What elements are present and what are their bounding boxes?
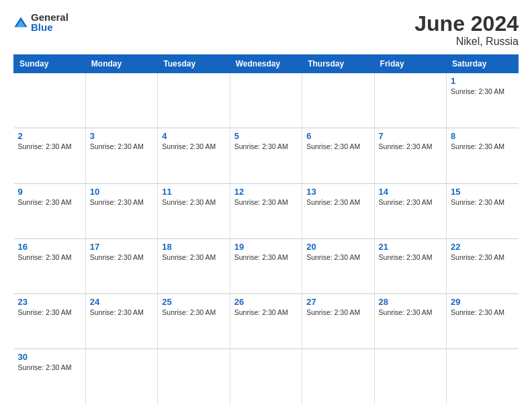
calendar-cell: 6Sunrise: 2:30 AM: [302, 128, 374, 183]
logo-icon: [13, 16, 28, 31]
day-number: 10: [90, 187, 153, 197]
sunrise-info: Sunrise: 2:30 AM: [90, 308, 144, 316]
logo-general-text: General: [31, 12, 69, 22]
calendar-cell: [158, 73, 230, 128]
day-number: 6: [306, 131, 369, 141]
week-row-4: 23Sunrise: 2:30 AM24Sunrise: 2:30 AM25Su…: [14, 294, 519, 349]
sunrise-info: Sunrise: 2:30 AM: [18, 363, 72, 371]
sunrise-info: Sunrise: 2:30 AM: [379, 198, 433, 206]
header-friday: Friday: [374, 55, 446, 73]
calendar-cell: [447, 349, 519, 404]
sunrise-info: Sunrise: 2:30 AM: [451, 142, 504, 150]
day-number: 26: [234, 297, 298, 307]
day-number: 8: [451, 131, 514, 141]
day-number: 16: [18, 242, 81, 252]
calendar-cell: 2Sunrise: 2:30 AM: [14, 128, 86, 183]
header-wednesday: Wednesday: [230, 55, 302, 73]
calendar-cell: [230, 349, 302, 404]
day-number: 1: [451, 76, 514, 86]
calendar-cell: 8Sunrise: 2:30 AM: [447, 128, 519, 183]
day-number: 13: [306, 187, 369, 197]
calendar-cell: 10Sunrise: 2:30 AM: [85, 183, 157, 238]
sunrise-info: Sunrise: 2:30 AM: [451, 308, 504, 316]
calendar-cell: 26Sunrise: 2:30 AM: [230, 294, 302, 349]
sunrise-info: Sunrise: 2:30 AM: [234, 308, 288, 316]
sunrise-info: Sunrise: 2:30 AM: [306, 253, 360, 261]
calendar-cell: 17Sunrise: 2:30 AM: [85, 238, 157, 293]
day-number: 20: [306, 242, 369, 252]
calendar-cell: 18Sunrise: 2:30 AM: [158, 238, 230, 293]
header-saturday: Saturday: [447, 55, 519, 73]
calendar-cell: [158, 349, 230, 404]
calendar-cell: 16Sunrise: 2:30 AM: [14, 238, 86, 293]
header-thursday: Thursday: [302, 55, 374, 73]
logo: General Blue: [13, 12, 69, 32]
sunrise-info: Sunrise: 2:30 AM: [451, 253, 504, 261]
header-sunday: Sunday: [14, 55, 86, 73]
calendar-cell: 11Sunrise: 2:30 AM: [158, 183, 230, 238]
logo-blue-text: Blue: [31, 22, 69, 32]
calendar-cell: 27Sunrise: 2:30 AM: [302, 294, 374, 349]
day-number: 7: [379, 131, 442, 141]
week-row-5: 30Sunrise: 2:30 AM: [14, 349, 519, 404]
calendar-cell: 25Sunrise: 2:30 AM: [158, 294, 230, 349]
calendar-cell: 7Sunrise: 2:30 AM: [374, 128, 446, 183]
calendar-cell: 28Sunrise: 2:30 AM: [374, 294, 446, 349]
sunrise-info: Sunrise: 2:30 AM: [90, 142, 144, 150]
calendar-cell: 1Sunrise: 2:30 AM: [447, 73, 519, 128]
calendar-cell: [302, 349, 374, 404]
day-number: 2: [18, 131, 81, 141]
day-number: 25: [162, 297, 225, 307]
sunrise-info: Sunrise: 2:30 AM: [162, 253, 216, 261]
day-number: 28: [379, 297, 442, 307]
day-number: 24: [90, 297, 153, 307]
sunrise-info: Sunrise: 2:30 AM: [18, 308, 72, 316]
calendar-cell: 22Sunrise: 2:30 AM: [447, 238, 519, 293]
sunrise-info: Sunrise: 2:30 AM: [451, 198, 504, 206]
calendar-cell: [302, 73, 374, 128]
sunrise-info: Sunrise: 2:30 AM: [18, 253, 72, 261]
day-number: 5: [234, 131, 298, 141]
sunrise-info: Sunrise: 2:30 AM: [90, 253, 144, 261]
day-number: 4: [162, 131, 225, 141]
day-number: 12: [234, 187, 298, 197]
calendar-cell: [14, 73, 86, 128]
calendar-table: Sunday Monday Tuesday Wednesday Thursday…: [13, 54, 519, 404]
calendar-title: June 2024: [414, 12, 519, 36]
sunrise-info: Sunrise: 2:30 AM: [162, 198, 216, 206]
day-number: 9: [18, 187, 81, 197]
day-number: 22: [451, 242, 514, 252]
calendar-cell: 15Sunrise: 2:30 AM: [447, 183, 519, 238]
week-row-3: 16Sunrise: 2:30 AM17Sunrise: 2:30 AM18Su…: [14, 238, 519, 293]
calendar-cell: 23Sunrise: 2:30 AM: [14, 294, 86, 349]
sunrise-info: Sunrise: 2:30 AM: [162, 142, 216, 150]
calendar-cell: 9Sunrise: 2:30 AM: [14, 183, 86, 238]
calendar-subtitle: Nikel, Russia: [414, 36, 519, 48]
title-section: June 2024 Nikel, Russia: [414, 12, 519, 48]
day-number: 17: [90, 242, 153, 252]
calendar-cell: 30Sunrise: 2:30 AM: [14, 349, 86, 404]
logo-text: General Blue: [31, 12, 69, 32]
header-monday: Monday: [85, 55, 157, 73]
week-row-0: 1Sunrise: 2:30 AM: [14, 73, 519, 128]
top-section: General Blue June 2024 Nikel, Russia: [13, 12, 519, 48]
header-tuesday: Tuesday: [158, 55, 230, 73]
sunrise-info: Sunrise: 2:30 AM: [451, 87, 504, 95]
calendar-cell: [374, 349, 446, 404]
sunrise-info: Sunrise: 2:30 AM: [234, 198, 288, 206]
calendar-cell: 24Sunrise: 2:30 AM: [85, 294, 157, 349]
sunrise-info: Sunrise: 2:30 AM: [379, 308, 433, 316]
day-number: 19: [234, 242, 298, 252]
sunrise-info: Sunrise: 2:30 AM: [234, 253, 288, 261]
calendar-cell: 29Sunrise: 2:30 AM: [447, 294, 519, 349]
day-number: 11: [162, 187, 225, 197]
sunrise-info: Sunrise: 2:30 AM: [379, 142, 433, 150]
sunrise-info: Sunrise: 2:30 AM: [18, 198, 72, 206]
day-number: 30: [18, 352, 81, 362]
day-number: 21: [379, 242, 442, 252]
sunrise-info: Sunrise: 2:30 AM: [306, 142, 360, 150]
sunrise-info: Sunrise: 2:30 AM: [234, 142, 288, 150]
day-number: 18: [162, 242, 225, 252]
calendar-cell: [85, 349, 157, 404]
calendar-cell: [374, 73, 446, 128]
